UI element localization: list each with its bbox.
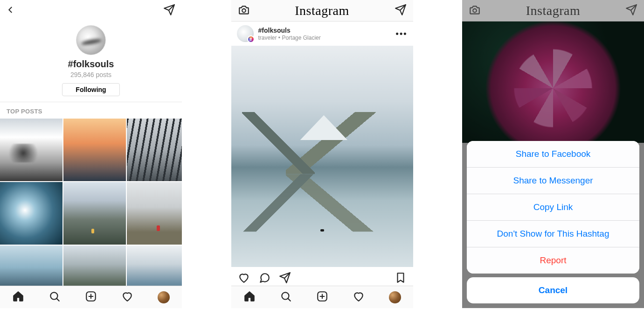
bookmark-button[interactable] [395,272,407,286]
grid-thumbnail[interactable] [0,182,62,245]
action-sheet-group: Share to Facebook Share to Messenger Cop… [467,141,639,274]
tab-activity[interactable] [121,290,133,304]
send-button[interactable] [279,272,291,286]
sheet-report[interactable]: Report [467,247,639,274]
sheet-dont-show[interactable]: Don't Show for This Hashtag [467,221,639,247]
topbar: Instagram [462,0,644,21]
tab-search[interactable] [280,290,292,304]
camera-icon[interactable] [238,4,250,18]
back-button[interactable] [7,6,15,16]
tab-bar [0,286,182,308]
tab-home[interactable] [243,290,256,304]
tab-home[interactable] [12,290,24,304]
post-header: # #folksouls traveler • Portage Glacier … [231,21,413,46]
topbar: Instagram [231,0,413,21]
tab-new-post[interactable] [316,290,328,304]
sheet-share-facebook[interactable]: Share to Facebook [467,141,639,168]
grid-thumbnail[interactable] [0,119,62,181]
share-icon [625,4,637,18]
screen-hashtag-profile: #folksouls 295,846 posts Following TOP P… [0,0,182,308]
action-sheet: Share to Facebook Share to Messenger Cop… [467,141,639,303]
like-button[interactable] [238,272,250,286]
post-hashtag-name[interactable]: #folksouls [258,27,321,34]
svg-point-5 [242,8,246,12]
post-grid [0,119,182,308]
grid-thumbnail[interactable] [127,182,182,245]
tab-search[interactable] [48,290,61,304]
post-avatar[interactable]: # [237,25,254,42]
post-image[interactable] [231,46,413,267]
post-image [462,21,644,143]
topbar [0,0,182,21]
app-logo: Instagram [526,3,580,18]
tab-activity[interactable] [353,290,365,304]
grid-thumbnail[interactable] [63,182,126,245]
post-count: 295,846 posts [70,71,111,78]
post-subtitle[interactable]: traveler • Portage Glacier [258,35,321,41]
section-top-posts: TOP POSTS [0,102,182,119]
hashtag-title: #folksouls [68,59,114,70]
comment-button[interactable] [258,272,270,286]
svg-line-1 [57,298,59,301]
hashtag-badge-icon: # [247,35,255,43]
following-button[interactable]: Following [62,83,119,96]
hashtag-avatar [76,25,106,55]
screen-feed-post: Instagram # #folksouls traveler • Portag… [231,0,413,308]
share-icon[interactable] [395,4,407,18]
sheet-cancel[interactable]: Cancel [467,277,639,303]
svg-point-11 [473,8,477,12]
svg-line-7 [288,298,290,301]
sheet-share-messenger[interactable]: Share to Messenger [467,168,639,194]
tab-profile[interactable] [158,291,170,303]
tab-profile[interactable] [389,291,401,303]
share-icon[interactable] [163,4,175,18]
post-action-bar [231,267,413,286]
sheet-copy-link[interactable]: Copy Link [467,194,639,221]
tab-new-post[interactable] [85,290,97,304]
screen-action-sheet: Instagram # #folksouls mottpe ••• Share … [462,0,644,308]
post-more-button[interactable]: ••• [396,29,408,39]
tab-bar [231,286,413,308]
grid-thumbnail[interactable] [63,119,126,181]
grid-thumbnail[interactable] [127,119,182,181]
hashtag-header: #folksouls 295,846 posts Following [0,21,182,102]
camera-icon [469,4,481,18]
app-logo: Instagram [295,3,349,18]
